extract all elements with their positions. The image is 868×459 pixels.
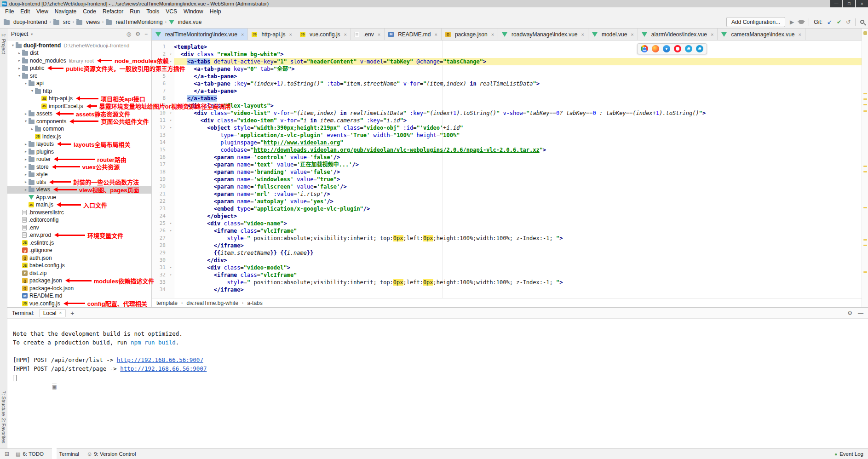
tree-item-browserslistrc[interactable]: .browserslistrc bbox=[7, 209, 151, 217]
chevron-right-icon[interactable]: ▸ bbox=[23, 149, 29, 154]
tool-button-1-project[interactable]: 1: Project bbox=[1, 34, 6, 54]
code-line[interactable]: 5 </a-tab-pane> bbox=[152, 73, 862, 80]
chevron-right-icon[interactable]: ▸ bbox=[23, 172, 29, 177]
tree-item-package-lock-json[interactable]: {}package-lock.json bbox=[7, 285, 151, 293]
close-icon[interactable]: × bbox=[59, 310, 62, 316]
code-line[interactable]: 20 <param name='fullscreen' value='false… bbox=[152, 183, 862, 190]
chevron-down-icon[interactable]: ▾ bbox=[10, 43, 16, 47]
fold-icon[interactable]: ▾ bbox=[167, 220, 174, 227]
warning-mark[interactable] bbox=[863, 166, 867, 167]
code-line[interactable]: 9▾ <div class="flex-layouts"> bbox=[152, 102, 862, 109]
tree-item-env-prod[interactable]: .env.prod环境变量文件 bbox=[7, 231, 151, 239]
terminal-settings-icon[interactable]: ⚙ bbox=[847, 310, 852, 316]
tree-item-readme-md[interactable]: MREADME.md bbox=[7, 292, 151, 300]
search-everywhere-icon[interactable] bbox=[860, 20, 864, 24]
fold-icon[interactable]: ▾ bbox=[167, 227, 174, 235]
menu-code[interactable]: Code bbox=[80, 8, 99, 15]
edge-icon[interactable]: e bbox=[696, 45, 703, 52]
code-line[interactable]: 3▾ <a-tabs default-active-key="1" slot="… bbox=[152, 58, 862, 65]
code-line[interactable]: 8 </a-tabs> bbox=[152, 95, 862, 102]
code-line[interactable]: 22 <param name='autoplay' value='yes'/> bbox=[152, 198, 862, 205]
warning-mark[interactable] bbox=[863, 104, 867, 105]
menu-file[interactable]: File bbox=[2, 8, 17, 15]
gear-icon[interactable]: ⚙ bbox=[135, 31, 140, 37]
tree-item-http-api-js[interactable]: JShttp-api.js项目相关api接口 bbox=[7, 95, 151, 103]
code-line[interactable]: 30 </div> bbox=[152, 257, 862, 264]
tree-item-components[interactable]: ▾components页面公共组件文件 bbox=[7, 118, 151, 126]
warning-mark[interactable] bbox=[863, 110, 867, 112]
code-line[interactable]: 24 </object> bbox=[152, 212, 862, 220]
statusbar-terminal[interactable]: ▣Terminal bbox=[52, 384, 79, 459]
tree-item-router[interactable]: ▸routerrouter路由 bbox=[7, 155, 151, 163]
code-line[interactable]: 29 {{item.streetName}} {{i.name}} bbox=[152, 249, 862, 257]
chevron-down-icon[interactable]: ▾ bbox=[31, 32, 33, 36]
code-line[interactable]: 31▾ <div class="video-model"> bbox=[152, 264, 862, 271]
code-line[interactable]: 28 </iframe> bbox=[152, 242, 862, 249]
chevron-right-icon[interactable]: ▸ bbox=[17, 58, 22, 63]
warning-mark[interactable] bbox=[863, 239, 867, 241]
menu-vcs[interactable]: VCS bbox=[162, 8, 180, 15]
code-line[interactable]: 34 </iframe> bbox=[152, 286, 862, 293]
code-line[interactable]: 17 <param name='text' value='正在加载视频中...'… bbox=[152, 161, 862, 168]
code-line[interactable]: 23 <embed type="application/x-google-vlc… bbox=[152, 205, 862, 212]
fold-icon[interactable]: ▾ bbox=[167, 271, 174, 279]
chevron-right-icon[interactable]: ▸ bbox=[17, 66, 22, 70]
editor-breadcrumb-div-realtime-bg-white[interactable]: div.realTime.bg-white bbox=[186, 300, 238, 306]
close-icon[interactable]: × bbox=[491, 32, 494, 37]
code-line[interactable]: 10▾ <div class="video-list" v-for="(item… bbox=[152, 109, 862, 117]
code-line[interactable]: 32▾ <iframe class="vlcIframe" bbox=[152, 271, 862, 279]
breadcrumb-views[interactable]: views bbox=[76, 19, 100, 25]
tree-item-duoji-frontend[interactable]: ▾duoji-frontendD:\zheheWeb\duoji-fronten… bbox=[7, 42, 151, 50]
warning-mark[interactable] bbox=[863, 93, 867, 94]
tree-item-http[interactable]: ▾http bbox=[7, 87, 151, 95]
code-line[interactable]: 26▾ <iframe class="vlcIframe" bbox=[152, 227, 862, 235]
tree-item-main-js[interactable]: JSmain.js入口文件 bbox=[7, 201, 151, 209]
locate-icon[interactable]: ◎ bbox=[126, 31, 131, 37]
editor-tab-vue-config-js[interactable]: JSvue.config.js× bbox=[296, 29, 351, 40]
warning-mark[interactable] bbox=[863, 98, 867, 100]
code-line[interactable]: 14 pluginspage="http://www.videolan.org" bbox=[152, 139, 862, 146]
close-icon[interactable]: × bbox=[798, 32, 801, 37]
tree-item-dist-zip[interactable]: zdist.zip bbox=[7, 270, 151, 277]
editor-tab-realtimemonitoring-index-vue[interactable]: realTimeMonitoring\index.vue× bbox=[152, 29, 248, 40]
fold-icon[interactable]: ▾ bbox=[167, 117, 174, 124]
chevron-right-icon[interactable]: ▸ bbox=[23, 142, 29, 146]
code-line[interactable]: 18 <param name='branding' value='false'/… bbox=[152, 168, 862, 176]
close-icon[interactable]: × bbox=[241, 32, 244, 37]
tree-item-plugins[interactable]: ▸plugins bbox=[7, 148, 151, 156]
code-line[interactable]: 16 <param name='controls' value='false'/… bbox=[152, 154, 862, 161]
editor-tab-package-json[interactable]: {}package.json× bbox=[442, 29, 498, 40]
code-line[interactable]: 19 <param name='windowless' value="true"… bbox=[152, 176, 862, 183]
editor-tab-http-api-js[interactable]: JShttp-api.js× bbox=[248, 29, 296, 40]
menu-run[interactable]: Run bbox=[126, 8, 143, 15]
code-line[interactable]: 15 codebase="http://downloads.videolan.o… bbox=[152, 146, 862, 154]
close-icon[interactable]: × bbox=[344, 32, 347, 37]
tree-item-store[interactable]: ▸storevuex公共资源 bbox=[7, 163, 151, 171]
tree-item-assets[interactable]: ▸assetsassets静态资源文件 bbox=[7, 110, 151, 118]
code-line[interactable]: 27 style=" position:absolute;visibility:… bbox=[152, 235, 862, 242]
tree-item-api[interactable]: ▾api bbox=[7, 80, 151, 87]
close-icon[interactable]: × bbox=[631, 32, 633, 37]
terminal-minimize-icon[interactable]: — bbox=[858, 310, 863, 316]
editor-tab-model-vue[interactable]: model.vue× bbox=[588, 29, 638, 40]
code-line[interactable]: 4 <a-tab-pane key="0" tab="全部"> bbox=[152, 65, 862, 73]
code-line[interactable]: 12▾ <object style="width:390px;height:21… bbox=[152, 124, 862, 132]
tree-item-views[interactable]: ▸viewsview视图、pages页面 bbox=[7, 186, 151, 194]
menu-window[interactable]: Window bbox=[180, 8, 207, 15]
editor-tab-roadwaymanage-index-vue[interactable]: roadwayManage\index.vue× bbox=[498, 29, 588, 40]
tree-item-dist[interactable]: ▸dist bbox=[7, 49, 151, 57]
code-line[interactable]: 7 </a-tab-pane> bbox=[152, 87, 862, 95]
fold-icon[interactable]: ▾ bbox=[167, 264, 174, 271]
code-line[interactable]: 1<template> bbox=[152, 43, 862, 51]
chevron-right-icon[interactable]: ▸ bbox=[29, 127, 35, 131]
close-icon[interactable]: × bbox=[434, 32, 437, 37]
tree-item-env[interactable]: .env bbox=[7, 224, 151, 232]
code-line[interactable]: 6 <a-tab-pane :key="(index+1).toString()… bbox=[152, 80, 862, 87]
terminal-link[interactable]: http://192.168.66.56:9007 bbox=[117, 356, 203, 363]
tool-button-7-structure[interactable]: 7: Structure bbox=[1, 391, 6, 416]
warning-mark[interactable] bbox=[863, 207, 867, 208]
debug-icon[interactable] bbox=[799, 20, 804, 24]
chevron-right-icon[interactable]: ▸ bbox=[23, 157, 29, 161]
add-configuration-button[interactable]: Add Configuration... bbox=[726, 17, 785, 27]
code-line[interactable]: 11▾ <div class="video-item" v-for="i in … bbox=[152, 117, 862, 124]
